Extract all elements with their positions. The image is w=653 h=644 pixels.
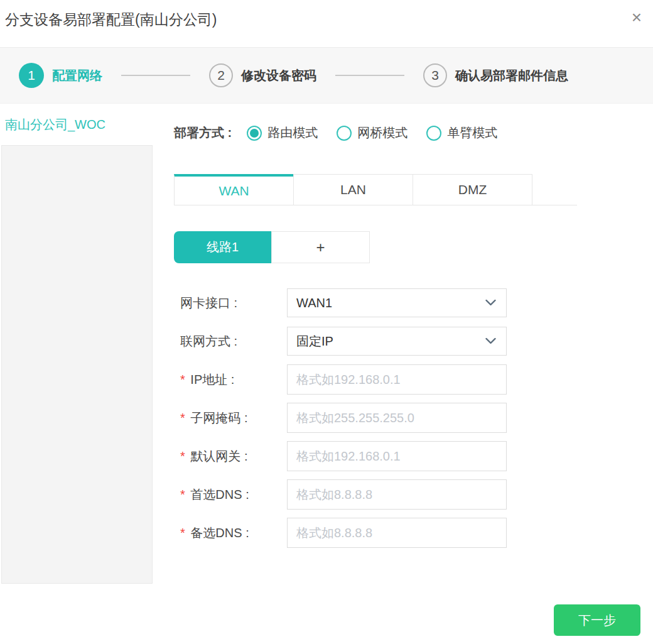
required-mark: * [180, 449, 185, 463]
step-3-circle: 3 [423, 63, 447, 87]
connection-type-value: 固定IP [296, 333, 333, 350]
deploy-mode-row: 部署方式 : 路由模式 网桥模式 单臂模式 [174, 124, 516, 141]
form-row-primary-dns: * 首选DNS : [174, 479, 507, 510]
form-row-connection-type: 联网方式 : 固定IP [174, 326, 507, 356]
radio-unselected-icon [337, 126, 352, 141]
tabbar-baseline [532, 174, 577, 205]
step-connector [121, 75, 190, 76]
ip-address-label: * IP地址 : [174, 371, 287, 388]
secondary-dns-field-wrap [287, 518, 507, 548]
main-content: 部署方式 : 路由模式 网桥模式 单臂模式 WAN LAN DMZ 线路1 + [174, 104, 653, 594]
subnet-mask-label: * 子网掩码 : [174, 410, 287, 427]
tab-lan[interactable]: LAN [293, 174, 413, 205]
subnet-mask-input[interactable] [288, 403, 506, 432]
form-row-subnet-mask: * 子网掩码 : [174, 403, 507, 433]
next-step-button[interactable]: 下一步 [554, 604, 640, 636]
step-1-circle: 1 [19, 63, 44, 88]
form-row-nic-interface: 网卡接口 : WAN1 [174, 288, 507, 318]
step-3-label: 确认易部署邮件信息 [455, 67, 568, 84]
tab-dmz[interactable]: DMZ [413, 174, 532, 205]
connection-type-select[interactable]: 固定IP [287, 327, 507, 356]
ip-address-field-wrap [287, 364, 507, 395]
radio-selected-icon [247, 126, 262, 141]
required-mark: * [180, 526, 185, 540]
nic-interface-value: WAN1 [296, 296, 332, 310]
deploy-mode-label: 部署方式 : [174, 124, 232, 141]
radio-bridge-mode[interactable]: 网桥模式 [337, 124, 407, 141]
primary-dns-label: * 首选DNS : [174, 486, 287, 503]
radio-unselected-icon [426, 126, 441, 141]
secondary-dns-input[interactable] [288, 518, 506, 547]
radio-single-arm-mode[interactable]: 单臂模式 [426, 124, 497, 141]
sidebar-device-list-panel [1, 145, 153, 584]
secondary-dns-label: * 备选DNS : [174, 525, 287, 542]
required-mark: * [180, 488, 185, 501]
step-2-circle: 2 [209, 63, 233, 87]
step-1-label: 配置网络 [52, 67, 102, 84]
nic-interface-select[interactable]: WAN1 [287, 288, 507, 317]
deploy-config-dialog: 分支设备易部署配置(南山分公司) × 1 配置网络 2 修改设备密码 3 确认易… [0, 0, 653, 644]
form-row-secondary-dns: * 备选DNS : [174, 518, 507, 548]
chevron-down-icon [485, 300, 496, 307]
primary-dns-input[interactable] [288, 480, 506, 509]
interface-tabbar: WAN LAN DMZ [174, 174, 577, 205]
sidebar-item-device[interactable]: 南山分公司_WOC [0, 104, 153, 145]
tab-line-1[interactable]: 线路1 [174, 231, 271, 263]
form-row-default-gateway: * 默认网关 : [174, 441, 507, 471]
wan-line-form: 网卡接口 : WAN1 联网方式 : 固定IP [174, 288, 507, 556]
ip-address-input[interactable] [288, 365, 506, 394]
wizard-stepper: 1 配置网络 2 修改设备密码 3 确认易部署邮件信息 [0, 47, 653, 104]
nic-interface-label: 网卡接口 : [174, 295, 287, 312]
chevron-down-icon [485, 338, 496, 345]
connection-type-label: 联网方式 : [174, 333, 287, 350]
step-connector [335, 75, 404, 76]
subnet-mask-field-wrap [287, 403, 507, 433]
tab-wan[interactable]: WAN [174, 174, 294, 205]
step-2-change-password: 2 修改设备密码 [209, 63, 316, 87]
default-gateway-label: * 默认网关 : [174, 448, 287, 465]
required-mark: * [180, 411, 185, 425]
default-gateway-field-wrap [287, 441, 507, 471]
step-2-label: 修改设备密码 [241, 67, 316, 84]
default-gateway-input[interactable] [288, 442, 506, 471]
dialog-title: 分支设备易部署配置(南山分公司) [5, 10, 217, 30]
add-line-button[interactable]: + [271, 231, 370, 263]
close-button[interactable]: × [629, 6, 644, 29]
line-tabbar: 线路1 + [174, 231, 370, 263]
close-icon: × [632, 8, 642, 27]
form-row-ip-address: * IP地址 : [174, 364, 507, 395]
step-1-configure-network: 1 配置网络 [19, 63, 102, 88]
required-mark: * [180, 373, 185, 386]
radio-route-mode[interactable]: 路由模式 [247, 124, 318, 141]
step-3-confirm-email: 3 确认易部署邮件信息 [423, 63, 568, 87]
primary-dns-field-wrap [287, 479, 507, 510]
